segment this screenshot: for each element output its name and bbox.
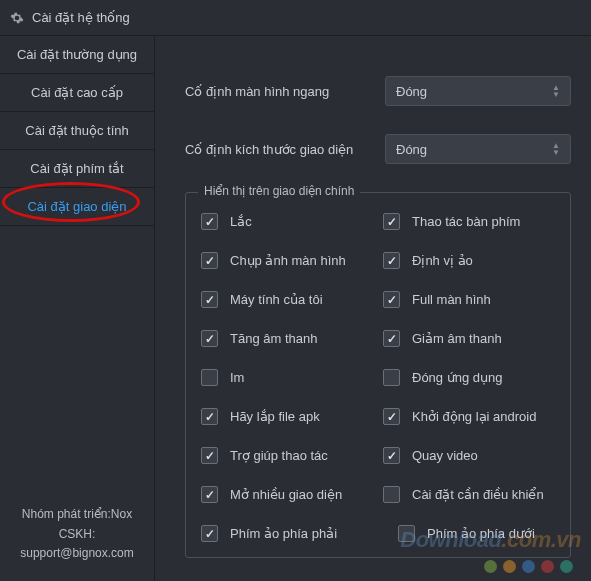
checkbox-box[interactable] — [383, 213, 400, 230]
dot — [484, 560, 497, 573]
dot — [522, 560, 535, 573]
checkbox-label: Định vị ảo — [412, 253, 473, 268]
checkbox-label: Máy tính của tôi — [230, 292, 323, 307]
checkbox-item-6[interactable]: Tăng âm thanh — [201, 330, 373, 347]
fix-landscape-select[interactable]: Đóng ▲▼ — [385, 76, 571, 106]
checkbox-box[interactable] — [201, 330, 218, 347]
checkbox-label: Cài đặt cần điều khiển — [412, 487, 544, 502]
checkbox-label: Lắc — [230, 214, 252, 229]
checkbox-item-9[interactable]: Đóng ứng dụng — [383, 369, 555, 386]
watermark-dots — [484, 560, 573, 573]
footer-checkbox-1[interactable]: Phím ảo phía dưới — [398, 525, 555, 542]
checkbox-box[interactable] — [201, 252, 218, 269]
sidebar-item-shortcuts[interactable]: Cài đặt phím tắt — [0, 150, 154, 188]
checkbox-box[interactable] — [383, 447, 400, 464]
checkbox-box[interactable] — [201, 213, 218, 230]
checkbox-label: Full màn hình — [412, 292, 491, 307]
checkbox-item-11[interactable]: Khởi động lại android — [383, 408, 555, 425]
sidebar-item-properties[interactable]: Cài đặt thuộc tính — [0, 112, 154, 150]
sidebar-item-advanced[interactable]: Cài đặt cao cấp — [0, 74, 154, 112]
checkbox-item-2[interactable]: Chụp ảnh màn hình — [201, 252, 373, 269]
checkbox-label: Hãy lắp file apk — [230, 409, 320, 424]
checkbox-label: Mở nhiều giao diện — [230, 487, 342, 502]
checkbox-item-7[interactable]: Giảm âm thanh — [383, 330, 555, 347]
checkbox-item-15[interactable]: Cài đặt cần điều khiển — [383, 486, 555, 503]
checkbox-box[interactable] — [383, 291, 400, 308]
dot — [541, 560, 554, 573]
checkbox-item-8[interactable]: Im — [201, 369, 373, 386]
sidebar-item-general[interactable]: Cài đặt thường dụng — [0, 36, 154, 74]
checkbox-box[interactable] — [398, 525, 415, 542]
sidebar: Cài đặt thường dụng Cài đặt cao cấp Cài … — [0, 36, 155, 581]
checkbox-label: Chụp ảnh màn hình — [230, 253, 346, 268]
checkbox-item-4[interactable]: Máy tính của tôi — [201, 291, 373, 308]
checkbox-box[interactable] — [383, 369, 400, 386]
checkbox-box[interactable] — [383, 408, 400, 425]
fieldset-legend: Hiển thị trên giao diện chính — [198, 184, 360, 198]
checkbox-label: Tăng âm thanh — [230, 331, 317, 346]
checkbox-label: Im — [230, 370, 244, 385]
fix-landscape-label: Cố định màn hình ngang — [185, 84, 365, 99]
checkbox-box[interactable] — [201, 525, 218, 542]
checkbox-label: Quay video — [412, 448, 478, 463]
checkbox-box[interactable] — [201, 369, 218, 386]
checkbox-item-0[interactable]: Lắc — [201, 213, 373, 230]
checkbox-box[interactable] — [201, 291, 218, 308]
fix-size-select[interactable]: Đóng ▲▼ — [385, 134, 571, 164]
sidebar-item-interface[interactable]: Cài đặt giao diện — [0, 188, 154, 226]
sidebar-footer: Nhóm phát triển:Nox CSKH: support@bignox… — [0, 495, 154, 581]
footer-checkbox-0[interactable]: Phím ảo phía phải — [201, 525, 358, 542]
display-fieldset: Hiển thị trên giao diện chính LắcThao tá… — [185, 192, 571, 558]
checkbox-item-1[interactable]: Thao tác bàn phím — [383, 213, 555, 230]
checkbox-item-10[interactable]: Hãy lắp file apk — [201, 408, 373, 425]
gear-icon — [10, 11, 24, 25]
dot — [503, 560, 516, 573]
window-title: Cài đặt hệ thống — [32, 10, 130, 25]
checkbox-item-14[interactable]: Mở nhiều giao diện — [201, 486, 373, 503]
checkbox-label: Thao tác bàn phím — [412, 214, 520, 229]
main-panel: Cố định màn hình ngang Đóng ▲▼ Cố định k… — [155, 36, 591, 581]
checkbox-label: Phím ảo phía phải — [230, 526, 337, 541]
checkbox-box[interactable] — [201, 408, 218, 425]
checkbox-item-5[interactable]: Full màn hình — [383, 291, 555, 308]
title-bar: Cài đặt hệ thống — [0, 0, 591, 36]
checkbox-box[interactable] — [383, 252, 400, 269]
checkbox-box[interactable] — [383, 486, 400, 503]
checkbox-label: Giảm âm thanh — [412, 331, 502, 346]
checkbox-label: Trợ giúp thao tác — [230, 448, 328, 463]
checkbox-label: Khởi động lại android — [412, 409, 536, 424]
checkbox-box[interactable] — [201, 447, 218, 464]
dot — [560, 560, 573, 573]
checkbox-label: Đóng ứng dụng — [412, 370, 502, 385]
checkbox-item-13[interactable]: Quay video — [383, 447, 555, 464]
spinner-icon: ▲▼ — [552, 85, 560, 98]
fix-size-label: Cố định kích thước giao diện — [185, 142, 365, 157]
checkbox-box[interactable] — [383, 330, 400, 347]
checkbox-box[interactable] — [201, 486, 218, 503]
checkbox-label: Phím ảo phía dưới — [427, 526, 535, 541]
spinner-icon: ▲▼ — [552, 143, 560, 156]
checkbox-item-12[interactable]: Trợ giúp thao tác — [201, 447, 373, 464]
checkbox-item-3[interactable]: Định vị ảo — [383, 252, 555, 269]
